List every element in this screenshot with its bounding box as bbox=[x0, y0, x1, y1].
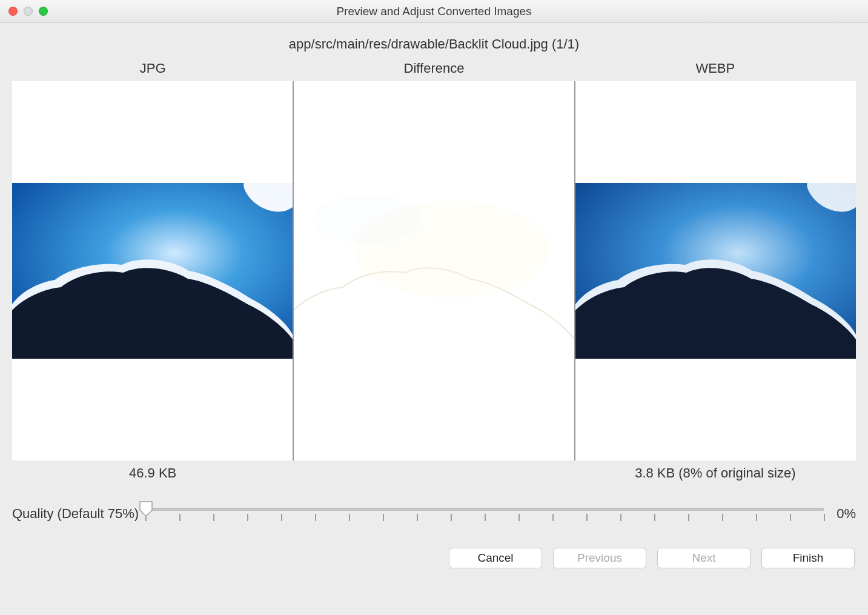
difference-size-label bbox=[293, 465, 574, 481]
slider-ticks bbox=[146, 514, 824, 522]
difference-image bbox=[294, 183, 574, 359]
converted-image-panel bbox=[574, 81, 856, 460]
size-labels-row: 46.9 KB 3.8 KB (8% of original size) bbox=[12, 465, 856, 481]
column-headers: JPG Difference WEBP bbox=[12, 61, 856, 76]
slider-track bbox=[146, 508, 824, 511]
quality-row: Quality (Default 75%) 0% bbox=[12, 502, 856, 526]
traffic-lights bbox=[8, 7, 48, 16]
titlebar: Preview and Adjust Converted Images bbox=[0, 0, 868, 23]
cancel-button[interactable]: Cancel bbox=[449, 548, 542, 568]
converted-cloud-image bbox=[575, 183, 856, 359]
svg-point-3 bbox=[312, 195, 422, 244]
quality-slider[interactable] bbox=[146, 502, 824, 526]
file-path-label: app/src/main/res/drawable/Backlit Cloud.… bbox=[12, 36, 856, 52]
column-header-jpg: JPG bbox=[12, 61, 293, 76]
minimize-window-button bbox=[24, 7, 33, 16]
column-header-difference: Difference bbox=[293, 61, 574, 76]
column-header-webp: WEBP bbox=[575, 61, 856, 76]
quality-label: Quality (Default 75%) bbox=[12, 506, 139, 522]
original-image-panel bbox=[12, 81, 293, 460]
converted-size-label: 3.8 KB (8% of original size) bbox=[575, 465, 856, 481]
next-button: Next bbox=[657, 548, 750, 568]
quality-value-label: 0% bbox=[832, 506, 856, 522]
button-row: Cancel Previous Next Finish bbox=[12, 548, 856, 568]
original-size-label: 46.9 KB bbox=[12, 465, 293, 481]
original-cloud-image bbox=[12, 183, 293, 359]
slider-thumb[interactable] bbox=[139, 500, 153, 517]
image-panels bbox=[12, 81, 856, 460]
close-window-button[interactable] bbox=[8, 7, 18, 16]
fullscreen-window-button[interactable] bbox=[39, 7, 48, 16]
window-title: Preview and Adjust Converted Images bbox=[0, 5, 868, 18]
finish-button[interactable]: Finish bbox=[761, 548, 855, 568]
difference-image-panel bbox=[293, 81, 574, 460]
previous-button: Previous bbox=[553, 548, 646, 568]
